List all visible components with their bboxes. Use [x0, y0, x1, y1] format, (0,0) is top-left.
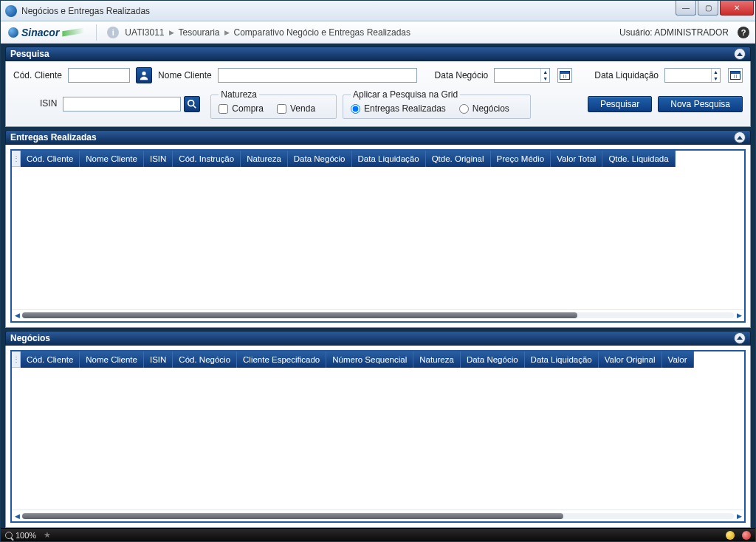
- negocios-grid-body[interactable]: [12, 368, 744, 510]
- date-spinner[interactable]: ▲▼: [540, 69, 549, 82]
- cod-cliente-label: Cód. Cliente: [13, 70, 62, 80]
- aplicar-group: Aplicar a Pesquisa na Grid Entregas Real…: [343, 89, 531, 119]
- breadcrumb: UATI3011 ▶ Tesouraria ▶ Comparativo Negó…: [125, 27, 410, 38]
- isin-search-button[interactable]: [184, 96, 200, 112]
- zoom-value: 100%: [16, 531, 36, 540]
- minimize-button[interactable]: —: [676, 1, 696, 16]
- calendar-icon: [730, 71, 740, 80]
- column-header[interactable]: Cliente Especificado: [237, 351, 326, 368]
- breadcrumb-item[interactable]: Tesouraria: [179, 27, 220, 38]
- column-header[interactable]: Data Liquidação: [525, 351, 599, 368]
- favorite-icon[interactable]: ★: [44, 530, 51, 540]
- column-header[interactable]: Valor Total: [551, 151, 602, 167]
- panel-negocios: Negócios Cód. ClienteNome ClienteISINCód…: [5, 331, 751, 529]
- horizontal-scrollbar[interactable]: ◀ ▶: [12, 510, 744, 521]
- column-header[interactable]: Cód. Cliente: [21, 151, 80, 167]
- date-spinner[interactable]: ▲▼: [711, 69, 720, 82]
- zoom-control[interactable]: 100%: [5, 531, 36, 540]
- column-header[interactable]: Cód. Instrução: [173, 151, 241, 167]
- status-bar: 100% ★: [1, 528, 755, 541]
- breadcrumb-item[interactable]: UATI3011: [125, 27, 164, 38]
- aplicar-legend: Aplicar a Pesquisa na Grid: [351, 89, 460, 100]
- grid-handle-icon[interactable]: [12, 351, 21, 368]
- status-dot-yellow[interactable]: [726, 531, 735, 540]
- panel-body-pesquisa: Cód. Cliente Nome Cliente Data Negócio ▲…: [5, 61, 751, 127]
- chevron-right-icon: ▶: [169, 29, 174, 36]
- collapse-icon[interactable]: [734, 332, 746, 344]
- column-header[interactable]: ISIN: [144, 151, 173, 167]
- maximize-button[interactable]: ▢: [698, 1, 718, 16]
- column-header[interactable]: Cód. Cliente: [21, 351, 80, 368]
- calendar-icon: [560, 71, 570, 80]
- column-header[interactable]: Data Negócio: [461, 351, 525, 368]
- magnifier-icon: [5, 532, 13, 539]
- column-header[interactable]: Preço Médio: [491, 151, 551, 167]
- grid-handle-icon[interactable]: [12, 151, 21, 167]
- column-header[interactable]: Nome Cliente: [80, 151, 144, 167]
- collapse-icon[interactable]: [734, 131, 746, 143]
- entregas-grid-body[interactable]: [12, 167, 744, 309]
- app-icon: [5, 5, 17, 17]
- close-button[interactable]: ✕: [720, 1, 754, 16]
- venda-checkbox[interactable]: Venda: [277, 103, 315, 114]
- collapse-icon[interactable]: [734, 48, 746, 60]
- negocios-grid[interactable]: Cód. ClienteNome ClienteISINCód. Negócio…: [10, 350, 746, 524]
- panel-entregas: Entregas Realizadas Cód. ClienteNome Cli…: [5, 130, 751, 328]
- data-liquidacao-input[interactable]: [665, 69, 711, 82]
- brand-text: Sinacor: [21, 27, 59, 38]
- scroll-right-icon[interactable]: ▶: [735, 312, 743, 319]
- nova-pesquisa-button[interactable]: Nova Pesquisa: [658, 96, 743, 112]
- radio-entregas-input[interactable]: [351, 104, 360, 114]
- column-header[interactable]: Cód. Negócio: [173, 351, 237, 368]
- scroll-thumb[interactable]: [22, 513, 563, 519]
- calendar-button[interactable]: [728, 68, 743, 83]
- compra-checkbox-input[interactable]: [219, 104, 228, 114]
- person-icon: [139, 70, 149, 80]
- scroll-right-icon[interactable]: ▶: [735, 512, 743, 520]
- panel-title: Pesquisa: [10, 49, 734, 59]
- radio-negocios[interactable]: Negócios: [459, 103, 509, 114]
- scroll-thumb[interactable]: [22, 312, 577, 318]
- column-header[interactable]: Natureza: [413, 351, 461, 368]
- column-header[interactable]: ISIN: [144, 351, 173, 368]
- column-header[interactable]: Nome Cliente: [80, 351, 144, 368]
- panel-header-negocios: Negócios: [5, 331, 751, 346]
- column-header[interactable]: Data Liquidação: [352, 151, 426, 167]
- titlebar: Negócios e Entregas Realizadas — ▢ ✕: [1, 1, 755, 21]
- radio-negocios-input[interactable]: [459, 104, 469, 114]
- isin-input[interactable]: [63, 97, 181, 112]
- help-icon[interactable]: ?: [738, 27, 749, 38]
- column-header[interactable]: Data Negócio: [288, 151, 352, 167]
- horizontal-scrollbar[interactable]: ◀ ▶: [12, 309, 744, 321]
- breadcrumb-item[interactable]: Comparativo Negócio e Entregas Realizada…: [234, 27, 410, 38]
- compra-checkbox[interactable]: Compra: [219, 103, 264, 114]
- column-header[interactable]: Valor: [662, 351, 694, 368]
- data-negocio-input[interactable]: [495, 69, 540, 82]
- cod-cliente-input[interactable]: [68, 68, 130, 83]
- scroll-left-icon[interactable]: ◀: [13, 512, 21, 520]
- column-header[interactable]: Natureza: [241, 151, 288, 167]
- svg-line-2: [193, 106, 196, 109]
- pesquisar-button[interactable]: Pesquisar: [588, 96, 652, 112]
- data-liquidacao-field[interactable]: ▲▼: [664, 68, 721, 83]
- column-header[interactable]: Valor Original: [599, 351, 662, 368]
- scroll-track[interactable]: [22, 513, 734, 519]
- radio-entregas[interactable]: Entregas Realizadas: [351, 103, 446, 114]
- entregas-grid[interactable]: Cód. ClienteNome ClienteISINCód. Instruç…: [10, 149, 746, 323]
- window: Negócios e Entregas Realizadas — ▢ ✕ Sin…: [0, 0, 756, 542]
- svg-point-1: [188, 100, 194, 106]
- column-header[interactable]: Qtde. Original: [426, 151, 491, 167]
- status-dot-red[interactable]: [742, 531, 751, 540]
- venda-checkbox-input[interactable]: [277, 104, 286, 114]
- calendar-button[interactable]: [557, 68, 572, 83]
- column-header[interactable]: Número Sequencial: [326, 351, 413, 368]
- search-icon: [187, 99, 197, 109]
- scroll-track[interactable]: [22, 312, 734, 318]
- column-header[interactable]: Qtde. Liquidada: [602, 151, 675, 167]
- chevron-right-icon: ▶: [224, 29, 230, 36]
- scroll-left-icon[interactable]: ◀: [13, 312, 21, 319]
- app-header: Sinacor i UATI3011 ▶ Tesouraria ▶ Compar…: [1, 21, 755, 44]
- data-negocio-field[interactable]: ▲▼: [494, 68, 550, 83]
- lookup-cliente-button[interactable]: [136, 67, 152, 83]
- info-icon[interactable]: i: [107, 27, 119, 38]
